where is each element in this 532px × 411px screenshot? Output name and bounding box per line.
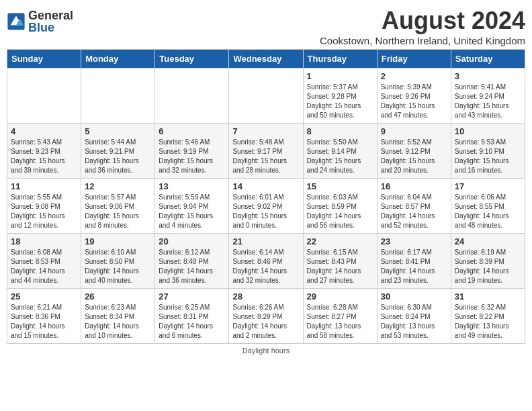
day-info: Sunrise: 6:15 AM Sunset: 8:43 PM Dayligh… bbox=[307, 248, 373, 285]
logo-text: General Blue bbox=[28, 9, 73, 34]
day-info: Sunrise: 5:46 AM Sunset: 9:19 PM Dayligh… bbox=[159, 138, 225, 175]
day-number: 7 bbox=[232, 126, 299, 136]
day-cell: 23Sunrise: 6:17 AM Sunset: 8:41 PM Dayli… bbox=[377, 234, 451, 289]
day-number: 16 bbox=[381, 181, 447, 191]
day-info: Sunrise: 5:44 AM Sunset: 9:21 PM Dayligh… bbox=[85, 138, 151, 175]
day-info: Sunrise: 6:04 AM Sunset: 8:57 PM Dayligh… bbox=[381, 193, 447, 230]
day-cell: 26Sunrise: 6:23 AM Sunset: 8:34 PM Dayli… bbox=[81, 289, 155, 344]
day-cell: 10Sunrise: 5:53 AM Sunset: 9:10 PM Dayli… bbox=[451, 124, 525, 179]
day-info: Sunrise: 6:17 AM Sunset: 8:41 PM Dayligh… bbox=[381, 248, 447, 285]
day-number: 14 bbox=[232, 181, 299, 191]
day-number: 29 bbox=[307, 291, 373, 302]
day-number: 5 bbox=[85, 126, 151, 136]
day-number: 19 bbox=[85, 236, 151, 246]
day-number: 8 bbox=[307, 126, 373, 136]
day-number: 18 bbox=[11, 236, 77, 246]
day-info: Sunrise: 5:37 AM Sunset: 9:28 PM Dayligh… bbox=[307, 83, 373, 120]
day-info: Sunrise: 6:23 AM Sunset: 8:34 PM Dayligh… bbox=[85, 303, 151, 340]
day-cell: 11Sunrise: 5:55 AM Sunset: 9:08 PM Dayli… bbox=[7, 179, 81, 234]
day-cell: 28Sunrise: 6:26 AM Sunset: 8:29 PM Dayli… bbox=[229, 289, 303, 344]
day-cell: 20Sunrise: 6:12 AM Sunset: 8:48 PM Dayli… bbox=[155, 234, 229, 289]
day-cell: 24Sunrise: 6:19 AM Sunset: 8:39 PM Dayli… bbox=[451, 234, 525, 289]
day-info: Sunrise: 5:55 AM Sunset: 9:08 PM Dayligh… bbox=[11, 193, 77, 230]
location: Cookstown, Northern Ireland, United King… bbox=[320, 35, 525, 46]
weekday-header-tuesday: Tuesday bbox=[155, 50, 229, 68]
day-cell: 21Sunrise: 6:14 AM Sunset: 8:46 PM Dayli… bbox=[229, 234, 303, 289]
weekday-header-monday: Monday bbox=[81, 50, 155, 68]
day-cell: 9Sunrise: 5:52 AM Sunset: 9:12 PM Daylig… bbox=[377, 124, 451, 179]
day-number: 24 bbox=[455, 236, 521, 246]
day-info: Sunrise: 6:12 AM Sunset: 8:48 PM Dayligh… bbox=[159, 248, 225, 285]
week-row-4: 18Sunrise: 6:08 AM Sunset: 8:53 PM Dayli… bbox=[7, 234, 525, 289]
day-info: Sunrise: 5:39 AM Sunset: 9:26 PM Dayligh… bbox=[381, 83, 447, 120]
day-info: Sunrise: 5:48 AM Sunset: 9:17 PM Dayligh… bbox=[232, 138, 299, 175]
day-cell bbox=[229, 68, 303, 124]
day-info: Sunrise: 5:59 AM Sunset: 9:04 PM Dayligh… bbox=[159, 193, 225, 230]
day-number: 22 bbox=[307, 236, 373, 246]
weekday-header-friday: Friday bbox=[377, 50, 451, 68]
day-number: 25 bbox=[11, 291, 77, 302]
day-cell: 31Sunrise: 6:32 AM Sunset: 8:22 PM Dayli… bbox=[451, 289, 525, 344]
day-cell: 4Sunrise: 5:43 AM Sunset: 9:23 PM Daylig… bbox=[7, 124, 81, 179]
day-info: Sunrise: 5:50 AM Sunset: 9:14 PM Dayligh… bbox=[307, 138, 373, 175]
day-cell: 14Sunrise: 6:01 AM Sunset: 9:02 PM Dayli… bbox=[229, 179, 303, 234]
day-info: Sunrise: 6:01 AM Sunset: 9:02 PM Dayligh… bbox=[232, 193, 299, 230]
day-number: 3 bbox=[455, 71, 521, 81]
day-number: 1 bbox=[307, 71, 373, 81]
weekday-header-saturday: Saturday bbox=[451, 50, 525, 68]
day-cell: 18Sunrise: 6:08 AM Sunset: 8:53 PM Dayli… bbox=[7, 234, 81, 289]
footer-note: Daylight hours bbox=[7, 347, 525, 355]
day-info: Sunrise: 5:57 AM Sunset: 9:06 PM Dayligh… bbox=[85, 193, 151, 230]
day-cell bbox=[155, 68, 229, 124]
day-number: 4 bbox=[11, 126, 77, 136]
day-info: Sunrise: 6:06 AM Sunset: 8:55 PM Dayligh… bbox=[455, 193, 521, 230]
day-info: Sunrise: 6:30 AM Sunset: 8:24 PM Dayligh… bbox=[381, 303, 447, 340]
day-info: Sunrise: 5:43 AM Sunset: 9:23 PM Dayligh… bbox=[11, 138, 77, 175]
logo-blue: Blue bbox=[28, 21, 73, 34]
day-cell: 30Sunrise: 6:30 AM Sunset: 8:24 PM Dayli… bbox=[377, 289, 451, 344]
day-cell: 7Sunrise: 5:48 AM Sunset: 9:17 PM Daylig… bbox=[229, 124, 303, 179]
day-info: Sunrise: 6:08 AM Sunset: 8:53 PM Dayligh… bbox=[11, 248, 77, 285]
day-cell: 1Sunrise: 5:37 AM Sunset: 9:28 PM Daylig… bbox=[303, 68, 377, 124]
day-info: Sunrise: 6:03 AM Sunset: 8:59 PM Dayligh… bbox=[307, 193, 373, 230]
weekday-header-thursday: Thursday bbox=[303, 50, 377, 68]
day-number: 17 bbox=[455, 181, 521, 191]
day-number: 23 bbox=[381, 236, 447, 246]
month-year: August 2024 bbox=[320, 7, 525, 35]
weekday-header-wednesday: Wednesday bbox=[229, 50, 303, 68]
day-cell: 25Sunrise: 6:21 AM Sunset: 8:36 PM Dayli… bbox=[7, 289, 81, 344]
header: General Blue August 2024 Cookstown, Nort… bbox=[7, 7, 525, 46]
day-cell: 6Sunrise: 5:46 AM Sunset: 9:19 PM Daylig… bbox=[155, 124, 229, 179]
week-row-1: 1Sunrise: 5:37 AM Sunset: 9:28 PM Daylig… bbox=[7, 68, 525, 124]
day-info: Sunrise: 6:19 AM Sunset: 8:39 PM Dayligh… bbox=[455, 248, 521, 285]
day-number: 2 bbox=[381, 71, 447, 81]
day-cell: 17Sunrise: 6:06 AM Sunset: 8:55 PM Dayli… bbox=[451, 179, 525, 234]
day-number: 9 bbox=[381, 126, 447, 136]
day-cell: 19Sunrise: 6:10 AM Sunset: 8:50 PM Dayli… bbox=[81, 234, 155, 289]
week-row-2: 4Sunrise: 5:43 AM Sunset: 9:23 PM Daylig… bbox=[7, 124, 525, 179]
day-info: Sunrise: 5:53 AM Sunset: 9:10 PM Dayligh… bbox=[455, 138, 521, 175]
day-number: 11 bbox=[11, 181, 77, 191]
day-info: Sunrise: 6:28 AM Sunset: 8:27 PM Dayligh… bbox=[307, 303, 373, 340]
day-cell: 12Sunrise: 5:57 AM Sunset: 9:06 PM Dayli… bbox=[81, 179, 155, 234]
week-row-3: 11Sunrise: 5:55 AM Sunset: 9:08 PM Dayli… bbox=[7, 179, 525, 234]
day-cell: 8Sunrise: 5:50 AM Sunset: 9:14 PM Daylig… bbox=[303, 124, 377, 179]
day-cell: 29Sunrise: 6:28 AM Sunset: 8:27 PM Dayli… bbox=[303, 289, 377, 344]
day-number: 6 bbox=[159, 126, 225, 136]
day-cell: 16Sunrise: 6:04 AM Sunset: 8:57 PM Dayli… bbox=[377, 179, 451, 234]
day-number: 12 bbox=[85, 181, 151, 191]
day-number: 28 bbox=[232, 291, 299, 302]
weekday-header-row: SundayMondayTuesdayWednesdayThursdayFrid… bbox=[7, 50, 525, 68]
logo-general: General bbox=[28, 9, 73, 21]
day-number: 26 bbox=[85, 291, 151, 302]
day-number: 15 bbox=[307, 181, 373, 191]
day-info: Sunrise: 5:52 AM Sunset: 9:12 PM Dayligh… bbox=[381, 138, 447, 175]
day-info: Sunrise: 5:41 AM Sunset: 9:24 PM Dayligh… bbox=[455, 83, 521, 120]
daylight-label: Daylight hours bbox=[242, 347, 290, 355]
logo: General Blue bbox=[7, 9, 73, 34]
day-info: Sunrise: 6:14 AM Sunset: 8:46 PM Dayligh… bbox=[232, 248, 299, 285]
day-number: 20 bbox=[159, 236, 225, 246]
day-number: 27 bbox=[159, 291, 225, 302]
day-cell bbox=[7, 68, 81, 124]
title-block: August 2024 Cookstown, Northern Ireland,… bbox=[320, 7, 525, 46]
